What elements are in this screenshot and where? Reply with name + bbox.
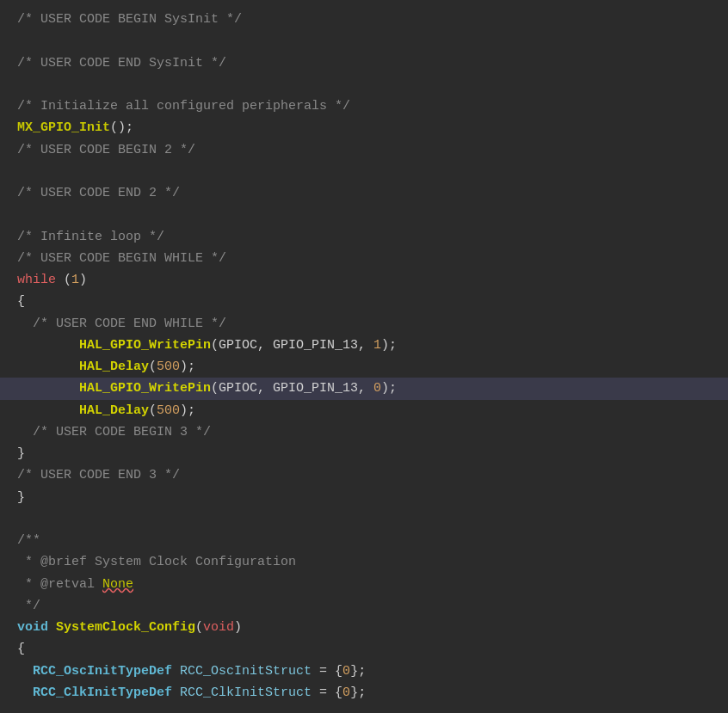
code-line: /** bbox=[0, 530, 728, 551]
code-line: * @brief System Clock Configuration bbox=[0, 551, 728, 573]
code-line: } bbox=[0, 443, 728, 464]
code-line: HAL_GPIO_WritePin(GPIOC, GPIO_PIN_13, 0)… bbox=[0, 378, 728, 399]
code-line: } bbox=[0, 487, 728, 508]
code-line: /* Infinite loop */ bbox=[0, 226, 728, 248]
code-line: HAL_GPIO_WritePin(GPIOC, GPIO_PIN_13, 1)… bbox=[0, 335, 728, 356]
code-line: { bbox=[0, 638, 728, 660]
code-line: { bbox=[0, 291, 728, 312]
code-line: /* USER CODE BEGIN WHILE */ bbox=[0, 248, 728, 269]
code-editor: /* USER CODE BEGIN SysInit */ /* USER CO… bbox=[0, 0, 728, 713]
code-line: RCC_OscInitTypeDef RCC_OscInitStruct = {… bbox=[0, 661, 728, 682]
code-line: HAL_Delay(500); bbox=[0, 356, 728, 378]
code-line: */ bbox=[0, 595, 728, 617]
code-line: while (1) bbox=[0, 269, 728, 291]
code-line: void SystemClock_Config(void) bbox=[0, 617, 728, 638]
code-line bbox=[0, 508, 728, 530]
code-line: /* Initialize all configured peripherals… bbox=[0, 95, 728, 117]
code-line: /* USER CODE END WHILE */ bbox=[0, 313, 728, 335]
code-line: /* USER CODE BEGIN 3 */ bbox=[0, 421, 728, 443]
code-line: /* USER CODE END SysInit */ bbox=[0, 52, 728, 74]
code-line bbox=[0, 161, 728, 182]
code-line: /* USER CODE BEGIN SysInit */ bbox=[0, 9, 728, 30]
code-line bbox=[0, 74, 728, 95]
code-line bbox=[0, 30, 728, 52]
code-line: * @retval None bbox=[0, 574, 728, 595]
code-line: /* USER CODE END 3 */ bbox=[0, 464, 728, 486]
code-line: MX_GPIO_Init(); bbox=[0, 117, 728, 138]
code-line: HAL_Delay(500); bbox=[0, 400, 728, 421]
code-line bbox=[0, 704, 728, 713]
code-line: RCC_ClkInitTypeDef RCC_ClkInitStruct = {… bbox=[0, 682, 728, 704]
code-line: /* USER CODE BEGIN 2 */ bbox=[0, 139, 728, 161]
code-line bbox=[0, 204, 728, 225]
code-line: /* USER CODE END 2 */ bbox=[0, 182, 728, 204]
